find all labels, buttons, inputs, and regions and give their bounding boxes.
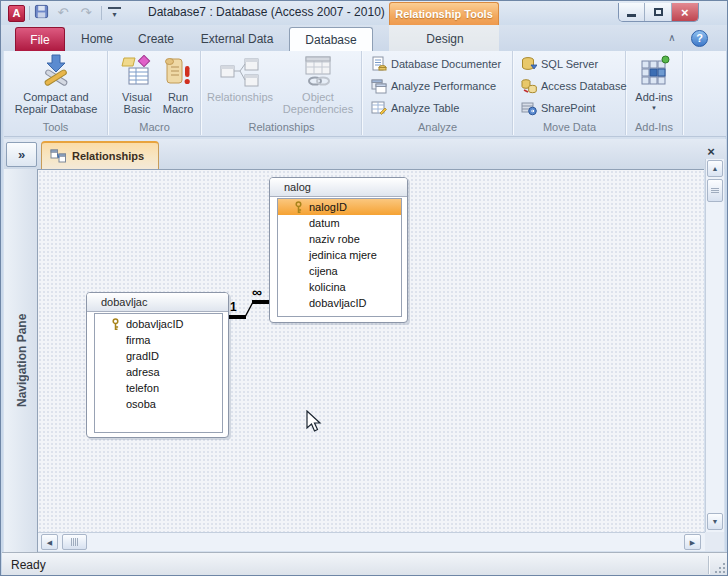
ribbon: Compact and Repair Database Tools Visual… [4,51,726,137]
scroll-down-icon[interactable]: ▼ [707,513,723,530]
run-macro-button[interactable]: Run Macro [157,91,199,115]
table-nalog-fieldlist: nalogID datum naziv robe jedinica mjere … [277,198,402,317]
field-name: jedinica mjere [309,249,377,261]
field-name: cijena [309,265,338,277]
object-dependencies-icon [302,55,334,87]
addins-button[interactable]: Add-ins [628,91,680,103]
minimize-icon [627,14,636,17]
tab-file[interactable]: File [15,27,65,51]
compact-repair-icon [40,54,72,88]
run-macro-icon [161,55,193,87]
field-name: gradID [126,350,159,362]
scroll-right-icon[interactable]: ▶ [684,534,701,550]
field-name: telefon [126,382,159,394]
analyze-performance-button[interactable]: Analyze Performance [371,77,496,94]
table-dobavljac-title: dobavljac [87,293,228,312]
object-dependencies-button[interactable]: Object Dependencies [280,91,356,115]
field-name: nalogID [309,201,347,213]
field-row[interactable]: osoba [95,396,222,412]
tab-design[interactable]: Design [403,27,487,51]
group-label-move-data: Move Data [514,121,625,133]
restore-button[interactable] [645,3,671,21]
tab-home[interactable]: Home [71,27,123,51]
field-row-pk[interactable]: nalogID [278,199,401,215]
field-name: adresa [126,366,160,378]
window-title: Database7 : Database (Access 2007 - 2010… [148,5,386,21]
ribbon-group-relationships: Relationships Object Dependencies Relati… [202,51,362,135]
access-database-button[interactable]: Access Database [521,77,627,94]
nav-pane-expand-button[interactable]: » [6,142,37,167]
vertical-scrollbar[interactable]: ▲ ▼ [705,159,724,532]
analyze-performance-icon [371,78,387,94]
relationships-button[interactable]: Relationships [204,91,276,103]
qat-separator [29,6,30,20]
table-dobavljac[interactable]: dobavljac dobavljacID firma gradID adres… [86,292,229,438]
addins-icon [639,55,671,87]
field-row[interactable]: naziv robe [278,231,401,247]
tab-external-data[interactable]: External Data [189,27,285,51]
access-database-icon [521,78,537,94]
doc-tab-relationships[interactable]: Relationships [41,141,159,169]
redo-button[interactable]: ↷ [77,4,95,22]
field-row[interactable]: datum [278,215,401,231]
field-row[interactable]: cijena [278,263,401,279]
title-bar: A ↶ ↷ ▾ Database7 : Database (Access 200… [1,1,727,25]
field-row[interactable]: adresa [95,364,222,380]
horizontal-scrollbar[interactable]: ◀ ▶ [38,532,705,551]
scrollbar-corner [705,532,724,551]
customize-qat-dropdown[interactable]: ▾ [108,7,121,20]
save-button[interactable] [34,4,52,22]
tab-create[interactable]: Create [127,27,185,51]
tab-database-tools[interactable]: Database Tools [289,27,373,51]
ribbon-group-macro: Visual Basic Run Macro Macro [109,51,201,135]
field-name: datum [309,217,340,229]
sharepoint-button[interactable]: SharePoint [521,99,595,116]
field-name: osoba [126,398,156,410]
field-name: kolicina [309,281,346,293]
analyze-table-button[interactable]: Analyze Table [371,99,459,116]
access-window: A ↶ ↷ ▾ Database7 : Database (Access 200… [0,0,728,576]
table-nalog[interactable]: nalog nalogID datum naziv robe jedinica … [269,177,408,323]
table-nalog-title: nalog [270,178,407,197]
addins-dropdown-icon[interactable]: ▼ [628,105,680,111]
group-label-tools: Tools [4,121,107,133]
scroll-left-icon[interactable]: ◀ [41,534,58,550]
navigation-pane-label: Navigation Pane [12,169,32,552]
sql-server-icon [521,56,537,72]
field-row-pk[interactable]: dobavljacID [95,316,222,332]
close-button[interactable]: × [672,3,698,21]
doc-tab-label: Relationships [72,150,144,162]
scroll-up-icon[interactable]: ▲ [707,160,723,177]
field-row[interactable]: telefon [95,380,222,396]
ribbon-tab-row: File Home Create External Data Database … [1,25,727,51]
vertical-scrollbar-thumb[interactable] [707,179,723,202]
table-dobavljac-fieldlist: dobavljacID firma gradID adresa telefon … [94,313,223,433]
minimize-button[interactable] [619,3,645,21]
restore-icon [654,8,663,16]
sharepoint-icon [521,100,537,116]
database-documenter-button[interactable]: Database Documenter [371,55,501,72]
field-row[interactable]: jedinica mjere [278,247,401,263]
ribbon-group-analyze: Database Documenter Analyze Performance … [363,51,513,135]
window-controls: × [618,3,699,22]
field-name: naziv robe [309,233,360,245]
undo-button[interactable]: ↶ [54,4,72,22]
horizontal-scrollbar-thumb[interactable] [62,534,87,550]
access-app-icon[interactable]: A [8,5,25,22]
navigation-pane-collapsed[interactable]: Navigation Pane [4,169,38,552]
minimize-ribbon-icon[interactable]: ∧ [664,32,680,46]
field-row[interactable]: kolicina [278,279,401,295]
sql-server-button[interactable]: SQL Server [521,55,598,72]
ribbon-group-addins: Add-ins ▼ Add-Ins [626,51,683,135]
field-row[interactable]: gradID [95,348,222,364]
field-row[interactable]: firma [95,332,222,348]
group-label-addins: Add-Ins [626,121,682,133]
database-documenter-label: Database Documenter [391,58,501,70]
resize-grip-icon[interactable] [714,562,727,575]
analyze-table-label: Analyze Table [391,102,459,114]
compact-repair-button[interactable]: Compact and Repair Database [6,91,106,115]
visual-basic-button[interactable]: Visual Basic [113,91,161,115]
visual-basic-icon [121,55,153,87]
field-row[interactable]: dobavljacID [278,295,401,311]
help-button[interactable]: ? [691,30,708,47]
